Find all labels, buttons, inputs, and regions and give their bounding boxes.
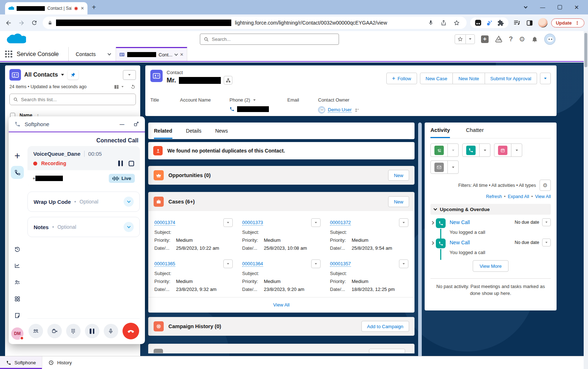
- favorites-star-icon[interactable]: [455, 35, 465, 44]
- owner-link[interactable]: Demo User: [328, 107, 352, 113]
- notes-section[interactable]: Notes Optional: [27, 217, 140, 237]
- list-actions-dropdown-button[interactable]: [123, 70, 136, 80]
- browser-tab[interactable]: Contact | Sal ✕: [5, 2, 87, 14]
- email-dropdown-icon[interactable]: [447, 161, 458, 173]
- cases-view-all-link[interactable]: View All: [273, 302, 289, 308]
- favorites-chevron-icon[interactable]: [465, 35, 475, 44]
- notes-pad-icon[interactable]: [11, 309, 24, 322]
- case-number-link[interactable]: 00001365: [154, 261, 175, 267]
- help-icon[interactable]: ?: [509, 35, 513, 43]
- list-search-input[interactable]: [21, 97, 132, 102]
- case-actions-dropdown[interactable]: [223, 259, 233, 268]
- log-call-dropdown-icon[interactable]: [479, 144, 490, 156]
- browser-menu-icon[interactable]: ⋮: [575, 20, 580, 26]
- nav-contacts-chevron-icon[interactable]: [103, 47, 116, 61]
- mute-mic-icon[interactable]: [104, 324, 118, 338]
- new-event-dropdown-icon[interactable]: [511, 144, 522, 156]
- extension-dark-icon[interactable]: [475, 19, 482, 26]
- extensions-puzzle-icon[interactable]: [497, 20, 504, 26]
- cases-title[interactable]: Cases (6+): [168, 199, 195, 205]
- pause-recording-icon[interactable]: [118, 160, 123, 166]
- phone-dropdown-icon[interactable]: [253, 99, 256, 101]
- metrics-chart-icon[interactable]: [11, 259, 24, 272]
- tab-related[interactable]: Related: [154, 128, 172, 139]
- dialpad-icon[interactable]: [66, 324, 81, 338]
- reload-icon[interactable]: [30, 18, 39, 27]
- add-to-campaign-button[interactable]: Add to Campaign: [361, 321, 409, 332]
- activity-filter-gear-icon[interactable]: ⚙: [540, 180, 551, 191]
- tab-news[interactable]: News: [215, 128, 228, 139]
- list-search[interactable]: [9, 94, 136, 105]
- view-hierarchy-icon[interactable]: [224, 76, 232, 85]
- setup-gear-icon[interactable]: ⚙: [519, 35, 525, 43]
- global-search[interactable]: [200, 34, 339, 45]
- expand-item-icon[interactable]: [431, 220, 434, 235]
- case-number-link[interactable]: 00001372: [330, 220, 351, 226]
- browser-profile-avatar[interactable]: [538, 18, 548, 27]
- page-scrollbar[interactable]: [584, 31, 588, 369]
- url-bar[interactable]: lightning.force.com/lightning/r/Contact/…: [43, 17, 467, 29]
- opportunities-title[interactable]: Opportunities (0): [168, 172, 211, 178]
- favorites-button[interactable]: [455, 34, 475, 44]
- quick-create-icon[interactable]: +: [481, 35, 489, 43]
- new-event-button[interactable]: [494, 144, 511, 156]
- user-avatar[interactable]: [544, 34, 555, 45]
- playlist-icon[interactable]: [512, 18, 522, 27]
- add-participant-icon[interactable]: [29, 324, 43, 338]
- update-button[interactable]: Update ⋮: [551, 18, 584, 27]
- trailhead-icon[interactable]: [495, 35, 503, 43]
- follow-button[interactable]: +Follow: [386, 73, 417, 84]
- view-more-button[interactable]: View More: [473, 260, 508, 272]
- transfer-call-icon[interactable]: [47, 324, 62, 338]
- window-maximize-icon[interactable]: [551, 5, 568, 9]
- workspace-tab-chevron-icon[interactable]: [175, 52, 178, 56]
- notes-expand-icon[interactable]: [124, 222, 134, 232]
- new-case-section-button[interactable]: New: [388, 196, 409, 207]
- new-task-dropdown-icon[interactable]: [447, 144, 458, 156]
- more-actions-dropdown-button[interactable]: [540, 73, 551, 84]
- extension-key-icon[interactable]: [486, 20, 493, 26]
- bookmark-star-icon[interactable]: [452, 18, 462, 27]
- case-actions-dropdown[interactable]: [223, 218, 233, 227]
- campaign-history-title[interactable]: Campaign History (0): [168, 323, 221, 329]
- activity-title-link[interactable]: New Call: [450, 219, 470, 225]
- view-all-link[interactable]: View All: [535, 194, 551, 199]
- activity-actions-dropdown[interactable]: [542, 239, 551, 246]
- expand-item-icon[interactable]: [431, 240, 434, 255]
- new-note-button[interactable]: New Note: [453, 73, 485, 84]
- new-opportunity-button[interactable]: New: [388, 170, 409, 181]
- app-launcher-icon[interactable]: [5, 51, 12, 58]
- apps-grid-icon[interactable]: [11, 292, 24, 305]
- live-badge[interactable]: Live: [109, 174, 135, 183]
- case-actions-dropdown[interactable]: [399, 259, 408, 268]
- pin-icon[interactable]: [68, 70, 78, 80]
- submit-for-approval-button[interactable]: Submit for Approval: [485, 73, 537, 84]
- case-number-link[interactable]: 00001374: [154, 220, 175, 226]
- mic-icon[interactable]: [426, 18, 435, 27]
- window-chevron-icon[interactable]: [517, 7, 534, 8]
- partial-section-button[interactable]: [369, 349, 405, 353]
- tab-close-icon[interactable]: ✕: [81, 6, 84, 11]
- case-actions-dropdown[interactable]: [311, 218, 321, 227]
- refresh-link[interactable]: Refresh: [486, 194, 502, 199]
- dock-softphone-item[interactable]: Softphone: [0, 356, 42, 369]
- case-number-link[interactable]: 00001373: [242, 220, 263, 226]
- tab-details[interactable]: Details: [186, 128, 202, 139]
- display-as-button[interactable]: [114, 84, 124, 90]
- new-call-plus-icon[interactable]: +: [11, 149, 24, 162]
- workspace-tab-contact[interactable]: Cont... ✕: [116, 47, 187, 61]
- side-panel-icon[interactable]: [525, 18, 535, 27]
- notifications-bell-icon[interactable]: [531, 36, 538, 43]
- stop-recording-icon[interactable]: [129, 161, 134, 166]
- workspace-tab-close-icon[interactable]: ✕: [180, 52, 184, 57]
- content-scrollbar[interactable]: [418, 123, 422, 356]
- log-call-button[interactable]: [463, 144, 479, 156]
- list-view-title[interactable]: All Contacts: [24, 72, 64, 78]
- end-call-button[interactable]: [123, 323, 139, 339]
- case-number-link[interactable]: 00001364: [242, 261, 263, 267]
- tab-chatter[interactable]: Chatter: [466, 127, 484, 138]
- call-history-icon[interactable]: [11, 243, 24, 256]
- window-close-icon[interactable]: ✕: [568, 4, 585, 11]
- scrollbar-thumb[interactable]: [584, 33, 587, 67]
- salesforce-logo[interactable]: [6, 33, 26, 46]
